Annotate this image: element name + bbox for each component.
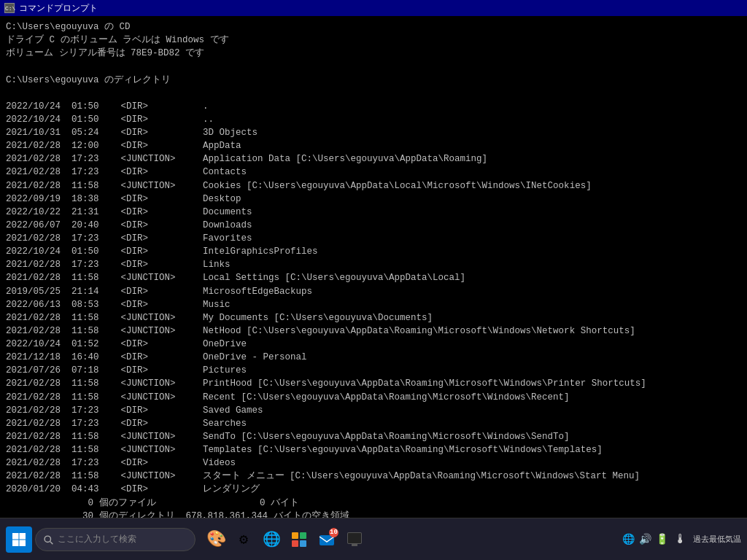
cmd-header-line: ボリューム シリアル番号は 78E9-BD82 です bbox=[6, 47, 741, 60]
dir-entry: 2021/02/28 11:58 <JUNCTION> NetHood [C:\… bbox=[6, 324, 741, 338]
dir-entry: 2021/02/28 11:58 <JUNCTION> PrintHood [C… bbox=[6, 377, 741, 390]
dir-entry: 2021/02/28 17:23 <DIR> Favorites bbox=[6, 232, 741, 245]
dir-entry: 2022/06/13 08:53 <DIR> Music bbox=[6, 298, 741, 311]
taskbar-app-icon-2[interactable]: ⚙️ bbox=[232, 528, 255, 551]
network-icon: 🌐 bbox=[622, 533, 635, 545]
svg-rect-9 bbox=[300, 540, 306, 547]
dir-entry: 2022/10/24 01:50 <DIR> .. bbox=[6, 113, 741, 126]
svg-rect-3 bbox=[20, 540, 26, 546]
dir-entry: 2022/09/19 18:38 <DIR> Desktop bbox=[6, 192, 741, 206]
svg-rect-12 bbox=[348, 533, 361, 543]
dir-entry: 2021/02/28 11:58 <JUNCTION> Cookies [C:\… bbox=[6, 179, 741, 192]
dir-entry: 2020/01/20 04:43 <DIR> レンダリング bbox=[6, 483, 741, 496]
search-placeholder: ここに入力して検索 bbox=[58, 533, 136, 545]
taskbar-app-icon-3[interactable]: 🌐 bbox=[260, 528, 283, 551]
dir-entry: 2021/02/28 17:23 <DIR> Contacts bbox=[6, 166, 741, 179]
dir-entry: 2021/12/18 16:40 <DIR> OneDrive - Person… bbox=[6, 351, 741, 364]
cmd-window: C:\ コマンドプロンプト C:\Users\egouyuva の CDドライブ… bbox=[0, 0, 747, 518]
svg-rect-0 bbox=[12, 533, 19, 540]
svg-rect-6 bbox=[292, 532, 298, 539]
cmd-header-line bbox=[6, 60, 741, 73]
svg-rect-2 bbox=[12, 540, 19, 546]
taskbar-app-icon-1[interactable]: 🎨 bbox=[204, 528, 228, 551]
dir-entry: 2021/02/28 11:58 <JUNCTION> My Documents… bbox=[6, 311, 741, 324]
taskbar-app-icon-6[interactable] bbox=[343, 528, 366, 551]
taskbar-app-icon-4[interactable] bbox=[287, 528, 311, 551]
svg-rect-13 bbox=[352, 544, 357, 546]
dir-entry: 2021/07/26 07:18 <DIR> Pictures bbox=[6, 364, 741, 377]
dir-entry: 2021/02/28 12:00 <DIR> AppData bbox=[6, 139, 741, 152]
dir-entry: 2021/02/28 11:58 <JUNCTION> Templates [C… bbox=[6, 443, 741, 456]
dir-entry: 2021/02/28 17:23 <DIR> Videos bbox=[6, 456, 741, 470]
weather-text: 過去最低気温 bbox=[693, 534, 741, 545]
svg-line-5 bbox=[50, 541, 53, 544]
weather-widget: 🌡 bbox=[674, 532, 687, 547]
dir-entry: 2021/02/28 17:23 <JUNCTION> Application … bbox=[6, 152, 741, 166]
windows-icon bbox=[12, 532, 26, 547]
dir-entry: 2022/10/22 21:31 <DIR> Documents bbox=[6, 206, 741, 219]
cmd-content[interactable]: C:\Users\egouyuva の CDドライブ C のボリューム ラベルは… bbox=[0, 16, 747, 518]
svg-rect-8 bbox=[292, 540, 298, 547]
title-bar-label: コマンドプロンプト bbox=[19, 2, 98, 15]
dir-entry: 2021/02/28 17:23 <DIR> Saved Games bbox=[6, 404, 741, 417]
svg-rect-1 bbox=[20, 533, 26, 540]
dir-entry: 2019/05/25 21:14 <DIR> MicrosoftEdgeBack… bbox=[6, 285, 741, 298]
dir-entry: 2022/10/24 01:52 <DIR> OneDrive bbox=[6, 338, 741, 351]
search-icon bbox=[43, 534, 53, 545]
cmd-header-line: C:\Users\egouyuva のディレクトリ bbox=[6, 74, 741, 87]
cmd-footer-line: 0 個のファイル 0 バイト bbox=[6, 497, 741, 510]
cmd-header-line: C:\Users\egouyuva の CD bbox=[6, 20, 741, 34]
cmd-icon: C:\ bbox=[4, 3, 15, 13]
cmd-header-line bbox=[6, 87, 741, 100]
battery-icon: 🔋 bbox=[656, 533, 668, 545]
dir-entry: 2021/02/28 11:58 <JUNCTION> Recent [C:\U… bbox=[6, 391, 741, 404]
dir-entry: 2021/10/31 05:24 <DIR> 3D Objects bbox=[6, 126, 741, 139]
dir-entry: 2021/02/28 17:23 <DIR> Searches bbox=[6, 417, 741, 430]
taskbar-right: 🌐 🔊 🔋 🌡 過去最低気温 bbox=[622, 532, 741, 547]
notification-area: 🌐 🔊 🔋 bbox=[622, 533, 668, 545]
svg-point-4 bbox=[44, 536, 50, 542]
cmd-header-line: ドライブ C のボリューム ラベルは Windows です bbox=[6, 34, 741, 47]
dir-entry: 2022/06/07 20:40 <DIR> Downloads bbox=[6, 219, 741, 232]
taskbar-app-icon-5[interactable]: 10 bbox=[315, 528, 338, 551]
weather-icon: 🌡 bbox=[674, 532, 687, 547]
title-bar: C:\ コマンドプロンプト bbox=[0, 0, 747, 16]
taskbar-icons: 🎨 ⚙️ 🌐 10 bbox=[204, 528, 366, 551]
dir-entry: 2022/10/24 01:50 <DIR> IntelGraphicsProf… bbox=[6, 245, 741, 258]
cmd-footer-line: 30 個のディレクトリ 678,818,361,344 バイトの空き領域 bbox=[6, 510, 741, 518]
sound-icon: 🔊 bbox=[639, 533, 651, 545]
svg-rect-7 bbox=[300, 532, 306, 539]
dir-entry: 2021/02/28 17:23 <DIR> Links bbox=[6, 258, 741, 271]
dir-entry: 2022/10/24 01:50 <DIR> . bbox=[6, 100, 741, 113]
dir-entry: 2021/02/28 11:58 <JUNCTION> SendTo [C:\U… bbox=[6, 430, 741, 443]
search-bar[interactable]: ここに入力して検索 bbox=[35, 528, 196, 551]
dir-entry: 2021/02/28 11:58 <JUNCTION> Local Settin… bbox=[6, 271, 741, 284]
dir-entry: 2021/02/28 11:58 <JUNCTION> スタート メニュー [C… bbox=[6, 470, 741, 483]
start-button[interactable] bbox=[6, 526, 32, 553]
taskbar: ここに入力して検索 🎨 ⚙️ 🌐 10 bbox=[0, 518, 747, 560]
